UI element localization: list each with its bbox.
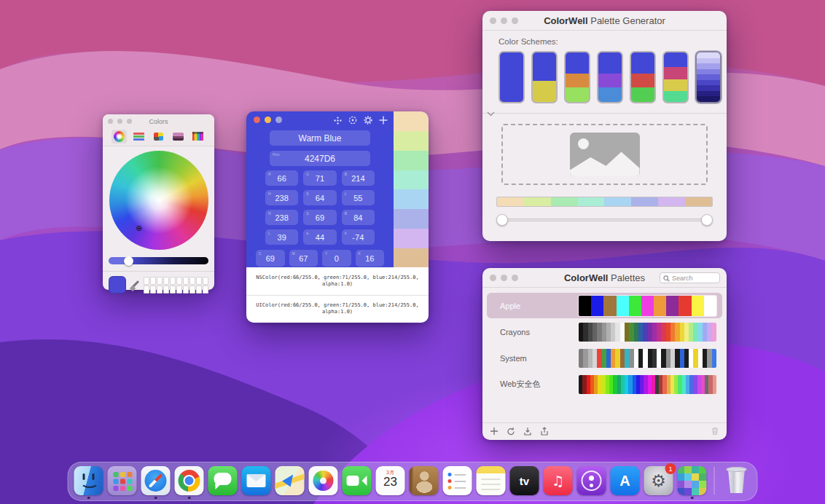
magenta-field[interactable]: M67 xyxy=(289,250,318,267)
palette-range-slider[interactable] xyxy=(496,213,713,227)
color-palettes-tab[interactable] xyxy=(151,130,166,143)
color-scheme-swatch-7[interactable] xyxy=(695,51,722,103)
color-well-cell[interactable] xyxy=(189,286,195,294)
color-well-cell[interactable] xyxy=(183,277,189,285)
minimize-button[interactable] xyxy=(265,117,271,123)
color-well-cell[interactable] xyxy=(196,286,202,294)
palette-row-crayons[interactable]: Crayons xyxy=(487,319,722,344)
red-field[interactable]: R66 xyxy=(265,170,298,186)
refresh-button[interactable] xyxy=(507,425,515,438)
nscolor-output[interactable]: NSColor(red:66/255.0, green:71/255.0, bl… xyxy=(246,267,429,295)
color-scheme-swatch-2[interactable] xyxy=(531,51,558,103)
uicolor-output[interactable]: UIColor(red:66/255.0, green:71/255.0, bl… xyxy=(246,295,429,323)
add-color-icon[interactable] xyxy=(379,116,388,125)
lab-b-field[interactable]: b-74 xyxy=(342,229,375,245)
saturation2-field[interactable]: S69 xyxy=(303,210,336,225)
dock-music[interactable]: ♫ xyxy=(544,466,573,495)
palette-row-system[interactable]: System xyxy=(487,345,722,371)
minimize-button[interactable] xyxy=(501,275,507,281)
color-well-cell[interactable] xyxy=(196,277,202,285)
cyan-field[interactable]: C69 xyxy=(256,250,285,267)
color-scheme-swatch-1[interactable] xyxy=(498,51,525,103)
add-palette-button[interactable] xyxy=(490,425,498,438)
color-well-cell[interactable] xyxy=(203,286,208,294)
color-wheel-tab[interactable] xyxy=(112,130,127,143)
color-well-cell[interactable] xyxy=(170,286,176,294)
color-wheel-icon[interactable] xyxy=(348,116,357,125)
zoom-button[interactable] xyxy=(512,275,518,281)
color-well-cell[interactable] xyxy=(144,286,149,294)
dock-chrome[interactable] xyxy=(175,466,204,495)
color-well-cell[interactable] xyxy=(150,286,156,294)
saturation-field[interactable]: S64 xyxy=(303,190,336,205)
dock-facetime[interactable] xyxy=(343,466,372,495)
color-well-cell[interactable] xyxy=(170,277,176,285)
colors-titlebar[interactable]: Colors xyxy=(103,117,214,127)
color-wheel[interactable]: ⊕ xyxy=(109,151,208,250)
dock-reminders[interactable] xyxy=(443,466,472,495)
dock-finder[interactable] xyxy=(74,466,103,495)
color-well-cell[interactable] xyxy=(176,277,182,285)
image-palettes-tab[interactable] xyxy=(171,130,186,143)
generated-palette-strip[interactable] xyxy=(496,197,713,207)
eyedropper-icon[interactable] xyxy=(130,277,140,292)
zoom-button[interactable] xyxy=(275,117,282,123)
black-field[interactable]: K16 xyxy=(356,250,385,267)
color-well-cell[interactable] xyxy=(189,277,195,285)
blue-field[interactable]: B214 xyxy=(342,170,375,186)
hue-field[interactable]: H238 xyxy=(265,190,298,205)
color-well-cell[interactable] xyxy=(176,286,182,294)
hue2-field[interactable]: H238 xyxy=(265,210,298,225)
yellow-field[interactable]: Y0 xyxy=(322,250,351,267)
color-well-cell[interactable] xyxy=(157,286,163,294)
current-color-swatch[interactable] xyxy=(109,276,126,294)
palette-preview-strip[interactable] xyxy=(394,111,429,268)
lightness-field[interactable]: L55 xyxy=(342,190,375,205)
brightness-slider[interactable] xyxy=(109,257,208,264)
color-wheel-crosshair[interactable]: ⊕ xyxy=(136,224,142,232)
dock-photos[interactable] xyxy=(309,466,338,495)
hex-field[interactable]: Hex 4247D6 xyxy=(270,151,370,166)
import-button[interactable] xyxy=(523,425,532,438)
zoom-button[interactable] xyxy=(512,17,518,24)
close-button[interactable] xyxy=(490,17,496,24)
image-drop-zone[interactable] xyxy=(501,124,708,185)
pencils-tab[interactable] xyxy=(190,130,206,143)
dock-notes[interactable] xyxy=(477,466,506,495)
close-button[interactable] xyxy=(254,117,260,123)
minimize-button[interactable] xyxy=(117,119,122,124)
chevron-down-icon[interactable] xyxy=(487,106,495,119)
color-sliders-tab[interactable] xyxy=(131,130,146,143)
dock-podcasts[interactable] xyxy=(577,466,606,495)
color-scheme-swatch-4[interactable] xyxy=(597,51,623,103)
color-well-cell[interactable] xyxy=(203,277,208,285)
share-button[interactable] xyxy=(540,425,549,438)
range-slider-right-handle[interactable] xyxy=(701,214,713,226)
green-field[interactable]: G71 xyxy=(303,170,336,186)
dock-contacts[interactable] xyxy=(410,466,439,495)
palettes-titlebar[interactable]: ColorWell Palettes xyxy=(482,268,727,288)
dock-launchpad[interactable] xyxy=(108,466,137,495)
random-color-icon[interactable] xyxy=(334,117,342,125)
dock-colorwell[interactable] xyxy=(678,466,707,495)
dock-system-preferences[interactable]: 1⚙ xyxy=(644,466,673,495)
zoom-button[interactable] xyxy=(127,119,132,124)
color-well-cell[interactable] xyxy=(163,277,169,285)
dock-messages[interactable] xyxy=(208,466,238,495)
brightness-field[interactable]: B84 xyxy=(342,210,375,225)
color-well-cell[interactable] xyxy=(183,286,189,294)
color-well-cell[interactable] xyxy=(163,286,169,294)
dock-maps[interactable] xyxy=(275,466,305,495)
delete-palette-button[interactable] xyxy=(711,425,719,438)
palette-row-websafe[interactable]: Web安全色 xyxy=(487,371,722,397)
dock-mail[interactable] xyxy=(242,466,271,495)
dock-app-store[interactable]: A xyxy=(611,466,640,495)
color-scheme-swatch-6[interactable] xyxy=(662,51,689,103)
color-scheme-swatch-3[interactable] xyxy=(564,51,590,103)
close-button[interactable] xyxy=(490,275,496,281)
colorwell-titlebar[interactable] xyxy=(246,111,429,129)
palette-row-apple[interactable]: Apple xyxy=(487,293,722,318)
color-well-cell[interactable] xyxy=(157,277,163,285)
brightness-slider-knob[interactable] xyxy=(124,256,133,266)
lab-a-field[interactable]: a44 xyxy=(303,229,336,245)
